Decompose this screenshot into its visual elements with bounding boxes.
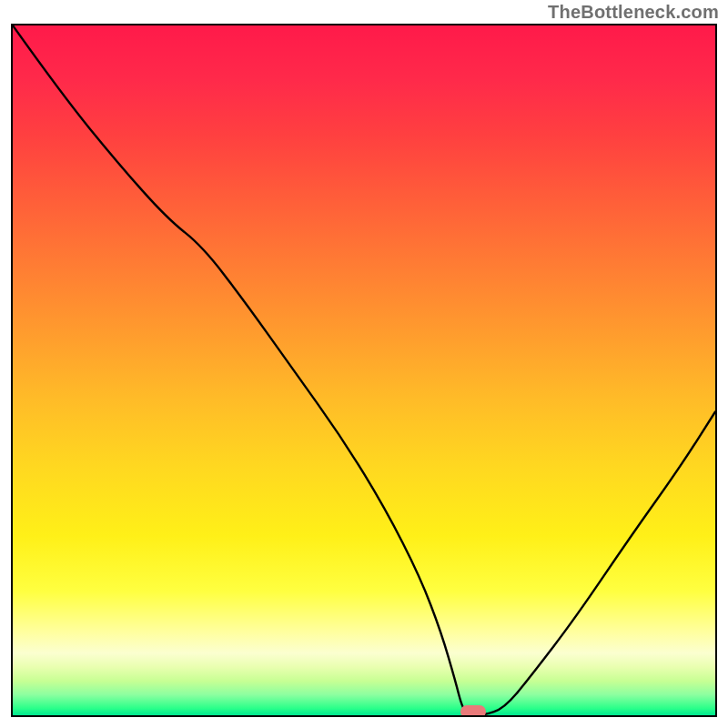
chart-container: TheBottleneck.com (0, 0, 728, 728)
plot-area (11, 24, 717, 717)
heat-gradient-background (13, 25, 715, 715)
watermark-text: TheBottleneck.com (548, 2, 719, 23)
